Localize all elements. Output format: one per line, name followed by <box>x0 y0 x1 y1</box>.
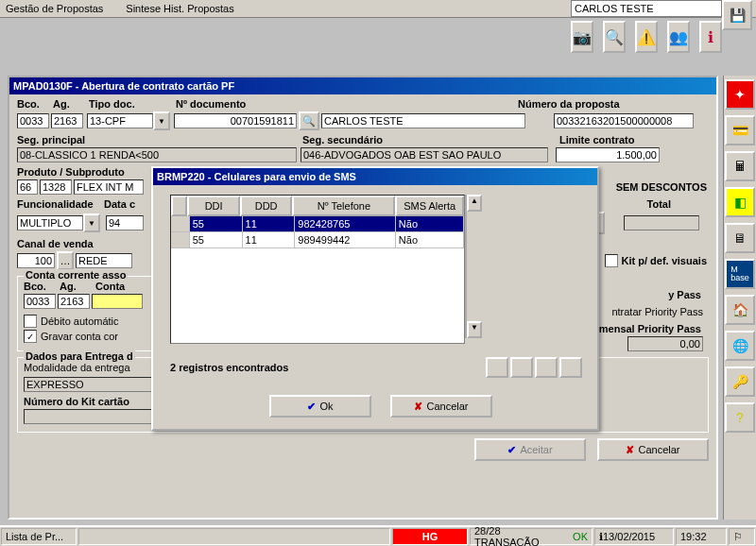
info-icon[interactable]: ℹ <box>699 21 722 53</box>
globe-icon[interactable]: 🌐 <box>725 331 755 361</box>
aceitar-button: ✔Aceitar <box>474 438 586 461</box>
warning-icon[interactable]: ⚠️ <box>635 21 658 53</box>
nav-buttons <box>486 357 582 378</box>
prod2-input[interactable]: 1328 <box>40 179 72 195</box>
lim-label: Limite contrato <box>559 134 634 145</box>
status-trans: 28/28 TRANSAÇÃO OK <box>470 528 593 545</box>
segp-label: Seg. principal <box>17 134 301 145</box>
tipodoc-label: Tipo doc. <box>89 98 174 110</box>
func-select[interactable]: MULTIPLO <box>17 215 83 230</box>
phones-table: DDI DDD Nº Telefone SMS Alerta 55 11 982… <box>170 195 465 344</box>
modal-title: BRMP220 - Celulares para envio de SMS <box>153 168 597 185</box>
mbase-icon[interactable]: Mbase <box>725 259 755 289</box>
save-icon[interactable]: 💾 <box>722 0 752 30</box>
status-tab[interactable]: Lista de Pr... <box>1 528 77 545</box>
add-icon[interactable] <box>486 357 508 378</box>
segs-input: 046-ADVOGADOS OAB EST SAO PAULO <box>301 147 548 162</box>
debito-checkbox[interactable] <box>24 315 37 328</box>
help-icon[interactable]: ? <box>725 402 755 433</box>
table-row[interactable]: 55 11 989499442 Não <box>171 232 464 248</box>
status-blank <box>78 528 390 545</box>
ok-button[interactable]: ✔Ok <box>269 395 371 418</box>
inspect-icon[interactable]: 🔍 <box>603 21 626 53</box>
modal-sms: BRMP220 - Celulares para envio de SMS DD… <box>151 166 599 431</box>
func2-input[interactable]: 94 <box>106 215 144 230</box>
ccconta-input[interactable] <box>92 294 143 309</box>
scrollbar[interactable]: ▲ ▼ <box>465 195 482 338</box>
ccbco-label: Bco. <box>24 281 58 292</box>
house-icon[interactable]: 🏠 <box>725 295 755 325</box>
remove-icon[interactable] <box>510 357 533 378</box>
numprop-input: 00332163201500000008 <box>554 113 694 128</box>
people-icon[interactable]: 👥 <box>667 21 690 53</box>
ndoc-input[interactable]: 00701591811 <box>174 113 297 128</box>
camera-icon[interactable]: 📷 <box>571 21 593 53</box>
kit-label: Kit p/ def. visuais <box>622 255 707 266</box>
santander-icon[interactable]: ✦ <box>725 79 755 110</box>
pass-contratar: ntratar Priority Pass <box>599 306 703 317</box>
dados-legend: Dados para Entrega d <box>24 350 135 362</box>
pass-mensal-label: mensal Priority Pass <box>599 323 701 334</box>
chevron-down-icon[interactable]: ▼ <box>83 213 100 232</box>
action-toolbar: 📷 🔍 ⚠️ 👥 ℹ <box>571 21 722 53</box>
up-icon[interactable] <box>535 357 558 378</box>
modal-cancel-button[interactable]: ✘Cancelar <box>390 395 492 418</box>
puzzle-icon[interactable]: ◧ <box>725 187 755 217</box>
tipodoc-select[interactable]: 13-CPF <box>87 113 153 128</box>
table-row[interactable]: 55 11 982428765 Não <box>171 216 464 232</box>
status-time: 19:32 <box>676 528 727 545</box>
monitor-icon[interactable]: 🖥 <box>725 223 755 253</box>
lim-input[interactable]: 1.500,00 <box>556 147 660 162</box>
ndoc-label: Nº documento <box>176 98 299 110</box>
func-label: Funcionalidade <box>17 198 102 210</box>
col-ddi[interactable]: DDI <box>187 196 240 216</box>
total-label: Total <box>647 198 671 210</box>
pass-label: y Pass <box>599 289 701 300</box>
debito-label: Débito automátic <box>41 316 119 327</box>
kit-checkbox[interactable] <box>605 254 618 267</box>
bco-input[interactable]: 0033 <box>17 113 49 128</box>
menu-sintese[interactable]: Sintese Hist. Propostas <box>126 3 245 14</box>
col-sms[interactable]: SMS Alerta <box>395 196 464 216</box>
status-bar: Lista de Pr... HG 28/28 TRANSAÇÃO OK ℹ13… <box>0 525 756 546</box>
window-title: MPAD0130F - Abertura de contrato cartão … <box>9 77 716 94</box>
calc-icon[interactable]: 🖩 <box>725 151 755 181</box>
cc-legend: Conta corrente asso <box>24 269 128 281</box>
ag-label: Ag. <box>53 98 87 110</box>
ccbco-input[interactable]: 0033 <box>24 294 56 309</box>
status-date: ℹ13/02/2015 <box>594 528 674 545</box>
status-flag-icon: ⚐ <box>729 528 755 545</box>
lookup-icon[interactable]: 🔍 <box>299 111 319 130</box>
total-input <box>624 215 699 230</box>
lookup-icon[interactable]: … <box>57 251 74 270</box>
canal1-input[interactable]: 100 <box>17 253 55 268</box>
nome-input[interactable]: CARLOS TESTE <box>321 113 525 128</box>
current-user: CARLOS TESTE <box>571 0 722 17</box>
ccag-label: Ag. <box>60 281 94 292</box>
prod1-input[interactable]: 66 <box>17 179 38 195</box>
pass-value: 0,00 <box>627 336 703 351</box>
ag-input[interactable]: 2163 <box>51 113 83 128</box>
bco-label: Bco. <box>17 98 51 110</box>
gravar-label: Gravar conta cor <box>41 331 118 342</box>
gravar-checkbox[interactable]: ✓ <box>24 330 37 343</box>
top-right-area: CARLOS TESTE 📷 🔍 ⚠️ 👥 ℹ <box>571 0 722 53</box>
canal-label: Canal de venda <box>17 238 94 249</box>
prod3-input[interactable]: FLEX INT M <box>74 179 144 195</box>
status-hg: HG <box>392 528 468 545</box>
count-label: 2 registros encontrados <box>170 362 288 373</box>
datac-label: Data c <box>104 198 135 210</box>
menu-gestao[interactable]: Gestão de Propostas <box>6 3 114 14</box>
canal2-input: REDE <box>76 253 132 268</box>
col-ddd[interactable]: DDD <box>240 196 293 216</box>
ccag-input[interactable]: 2163 <box>58 294 90 309</box>
down-icon[interactable] <box>559 357 582 378</box>
prod-label: Produto / Subproduto <box>17 166 125 178</box>
cancelar-button[interactable]: ✘Cancelar <box>597 438 709 461</box>
col-tel[interactable]: Nº Telefone <box>292 196 395 216</box>
key-icon[interactable]: 🔑 <box>725 367 755 397</box>
numprop-label: Número da proposta <box>518 98 620 110</box>
segs-label: Seg. secundário <box>302 134 558 145</box>
card-icon[interactable]: 💳 <box>725 115 755 145</box>
chevron-down-icon[interactable]: ▼ <box>153 111 170 130</box>
